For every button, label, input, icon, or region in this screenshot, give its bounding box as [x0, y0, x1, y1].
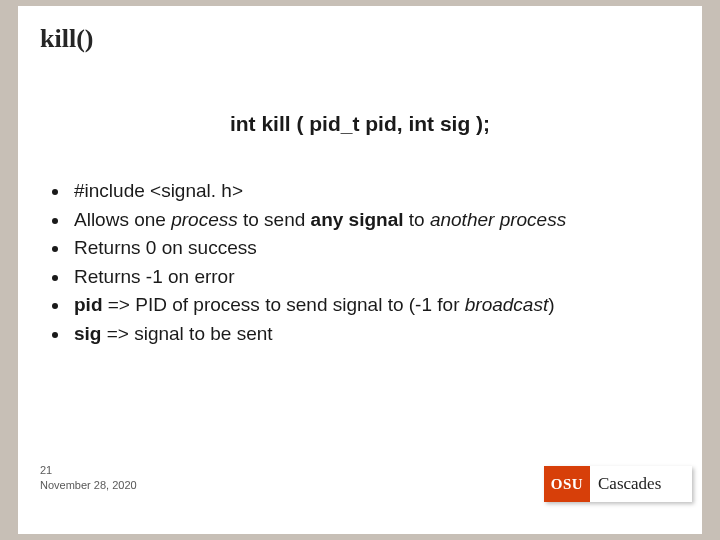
logo-badge: OSU [544, 466, 590, 502]
slide-footer: 21 November 28, 2020 [40, 463, 137, 492]
bullet-item: pid => PID of process to send signal to … [70, 292, 672, 319]
slide-number: 21 [40, 463, 137, 477]
logo-text: Cascades [590, 466, 692, 502]
slide: kill() int kill ( pid_t pid, int sig ); … [18, 6, 702, 534]
bullet-item: Returns 0 on success [70, 235, 672, 262]
bullet-item: Allows one process to send any signal to… [70, 207, 672, 234]
function-signature: int kill ( pid_t pid, int sig ); [18, 112, 702, 136]
bullet-list: #include <signal. h>Allows one process t… [48, 178, 672, 350]
bullet-item: sig => signal to be sent [70, 321, 672, 348]
slide-date: November 28, 2020 [40, 478, 137, 492]
slide-title: kill() [40, 24, 93, 54]
osu-cascades-logo: OSU Cascades [544, 466, 692, 502]
bullet-item: Returns -1 on error [70, 264, 672, 291]
bullet-item: #include <signal. h> [70, 178, 672, 205]
